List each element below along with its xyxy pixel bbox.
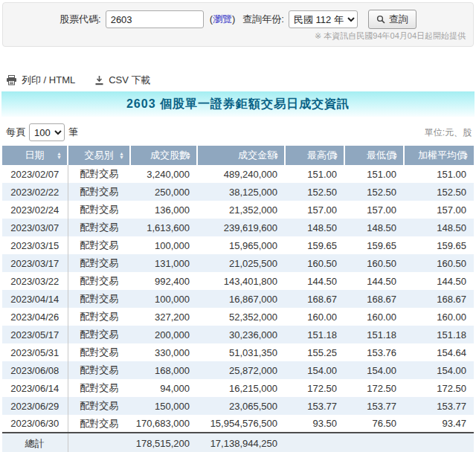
data-cell: 157.00 <box>285 201 344 219</box>
stock-code-input[interactable] <box>106 10 204 28</box>
date-cell: 2023/02/24 <box>2 201 68 219</box>
data-cell: 160.00 <box>285 308 344 326</box>
data-cell: 154.00 <box>404 361 474 379</box>
column-header[interactable]: 成交金額▲▼ <box>197 146 285 165</box>
data-cell: 配對交易 <box>68 254 130 272</box>
data-cell: 配對交易 <box>68 415 130 433</box>
data-cell: 76.50 <box>344 415 404 433</box>
data-cell: 配對交易 <box>68 361 130 379</box>
report-title-bar: 2603 個股單一證券鉅額交易日成交資訊 <box>1 91 475 117</box>
sort-icon[interactable]: ▲▼ <box>274 152 279 159</box>
table-header: 日期▲▼交易別▲▼成交股數▲▼成交金額▲▼最高價▲▼最低價▲▼加權平均價▲▼ <box>2 146 474 165</box>
data-cell: 3,240,000 <box>130 165 197 183</box>
year-label: 查詢年份: <box>242 13 284 26</box>
table-row: 2023/03/17配對交易131,00021,025,500160.50160… <box>2 254 474 272</box>
column-header[interactable]: 加權平均價▲▼ <box>404 146 474 165</box>
data-cell: 160.00 <box>404 308 474 326</box>
sort-icon[interactable]: ▲▼ <box>186 152 191 159</box>
query-panel: 股票代碼: (瀏覽) 查詢年份: 民國 112 年 查詢 ※ 本資訊自民國94年… <box>2 2 474 47</box>
data-cell: 25,872,000 <box>197 361 285 379</box>
data-cell: 157.00 <box>404 201 474 219</box>
data-cell: 152.50 <box>404 183 474 201</box>
data-cell: 144.50 <box>285 272 344 290</box>
search-button-label: 查詢 <box>389 13 408 26</box>
table-row: 2023/02/22配對交易250,00038,125,000152.50152… <box>2 183 474 201</box>
data-cell: 172.50 <box>344 379 404 397</box>
availability-note: ※ 本資訊自民國94年04月04日起開始提供 <box>315 30 466 42</box>
table-row: 2023/03/22配對交易992,400143,401,800144.5014… <box>2 272 474 290</box>
total-label: 總計 <box>2 433 68 452</box>
date-cell: 2023/03/22 <box>2 272 68 290</box>
browse-link[interactable]: 瀏覽 <box>213 13 232 25</box>
csv-download-button[interactable]: CSV 下載 <box>94 74 150 87</box>
csv-download-label: CSV 下載 <box>109 74 150 87</box>
date-cell: 2023/06/30 <box>2 415 68 433</box>
data-cell: 21,025,500 <box>197 254 285 272</box>
data-cell: 151.00 <box>404 165 474 183</box>
column-header[interactable]: 日期▲▼ <box>2 146 68 165</box>
data-cell: 159.65 <box>285 236 344 254</box>
data-cell: 172.50 <box>404 379 474 397</box>
total-cell: 17,138,944,250 <box>197 433 285 452</box>
table-row: 2023/04/26配對交易327,20052,352,000160.00160… <box>2 308 474 326</box>
download-icon <box>94 75 104 85</box>
data-cell: 15,954,576,500 <box>197 415 285 433</box>
data-cell: 150,000 <box>130 397 197 415</box>
data-cell: 151.18 <box>404 326 474 343</box>
data-cell: 160.50 <box>404 254 474 272</box>
unit-label: 單位:元、股 <box>425 126 472 139</box>
total-cell <box>68 433 130 452</box>
data-cell: 100,000 <box>130 290 197 308</box>
table-row: 2023/05/31配對交易330,00051,031,350155.25153… <box>2 343 474 361</box>
data-cell: 153.77 <box>344 397 404 415</box>
table-row: 2023/03/07配對交易1,613,600239,619,600148.50… <box>2 219 474 236</box>
table-row: 2023/06/08配對交易168,00025,872,000154.00154… <box>2 361 474 379</box>
data-cell: 配對交易 <box>68 290 130 308</box>
data-cell: 94,000 <box>130 379 197 397</box>
column-header[interactable]: 成交股數▲▼ <box>130 146 197 165</box>
data-cell: 21,352,000 <box>197 201 285 219</box>
data-cell: 配對交易 <box>68 379 130 397</box>
column-header[interactable]: 最低價▲▼ <box>344 146 404 165</box>
total-cell <box>285 433 344 452</box>
date-cell: 2023/05/17 <box>2 326 68 343</box>
data-cell: 330,000 <box>130 343 197 361</box>
sort-icon[interactable]: ▲▼ <box>119 152 124 159</box>
data-cell: 151.18 <box>344 326 404 343</box>
total-cell <box>404 433 474 452</box>
search-button[interactable]: 查詢 <box>368 10 416 29</box>
date-cell: 2023/06/14 <box>2 379 68 397</box>
data-cell: 1,613,600 <box>130 219 197 236</box>
report-title: 2603 個股單一證券鉅額交易日成交資訊 <box>126 97 350 112</box>
printer-icon <box>6 75 17 85</box>
data-cell: 153.76 <box>344 343 404 361</box>
data-cell: 配對交易 <box>68 201 130 219</box>
column-header[interactable]: 最高價▲▼ <box>285 146 344 165</box>
data-cell: 151.00 <box>285 165 344 183</box>
sort-icon[interactable]: ▲▼ <box>463 152 469 159</box>
data-cell: 152.50 <box>344 183 404 201</box>
data-cell: 148.50 <box>404 219 474 236</box>
sort-icon[interactable]: ▲▼ <box>393 152 398 159</box>
total-cell: 178,515,200 <box>130 433 197 452</box>
date-cell: 2023/04/14 <box>2 290 68 308</box>
year-select[interactable]: 民國 112 年 <box>289 10 358 28</box>
data-cell: 16,215,000 <box>197 379 285 397</box>
print-html-button[interactable]: 列印 / HTML <box>6 74 75 87</box>
data-cell: 148.50 <box>344 219 404 236</box>
data-cell: 配對交易 <box>68 343 130 361</box>
data-cell: 93.47 <box>404 415 474 433</box>
data-cell: 153.77 <box>404 397 474 415</box>
toolbar: 列印 / HTML CSV 下載 <box>6 74 476 87</box>
sort-icon[interactable]: ▲▼ <box>57 152 62 159</box>
column-header[interactable]: 交易別▲▼ <box>68 146 130 165</box>
data-cell: 136,000 <box>130 201 197 219</box>
total-cell <box>344 433 404 452</box>
per-page-select[interactable]: 100 <box>29 123 65 141</box>
table-footer: 總計178,515,20017,138,944,250 <box>2 433 474 452</box>
table-row: 2023/06/30配對交易170,683,00015,954,576,5009… <box>2 415 474 433</box>
data-cell: 52,352,000 <box>197 308 285 326</box>
sort-icon[interactable]: ▲▼ <box>333 152 338 159</box>
data-cell: 154.64 <box>404 343 474 361</box>
data-cell: 51,031,350 <box>197 343 285 361</box>
